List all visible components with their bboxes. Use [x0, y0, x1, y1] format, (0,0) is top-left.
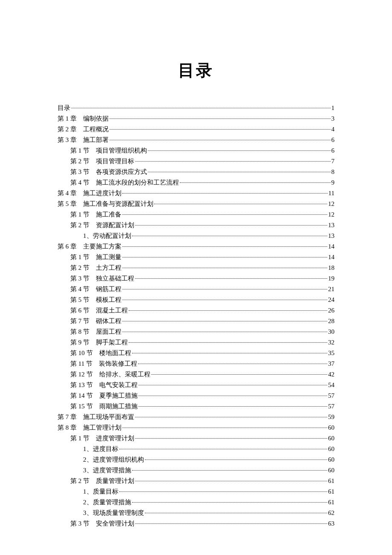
- toc-leader-dots: [110, 129, 331, 130]
- toc-entry-page: 59: [328, 412, 334, 422]
- toc-entry-page: 8: [331, 167, 335, 177]
- toc-entry[interactable]: 第 3 章 施工部署6: [58, 135, 334, 145]
- toc-entry-page: 13: [328, 231, 334, 241]
- toc-leader-dots: [122, 214, 327, 215]
- toc-entry[interactable]: 第 8 章 施工管理计划60: [58, 422, 334, 433]
- toc-leader-dots: [138, 385, 328, 385]
- table-of-contents: 目录1第 1 章 编制依据3第 2 章 工程概况4第 3 章 施工部署6第 1 …: [58, 103, 334, 529]
- toc-entry-page: 14: [328, 252, 334, 262]
- toc-leader-dots: [110, 140, 331, 140]
- toc-entry[interactable]: 1、质量目标61: [58, 486, 334, 497]
- toc-leader-dots: [151, 374, 328, 375]
- toc-entry[interactable]: 1、劳动配置计划13: [58, 231, 334, 241]
- toc-entry[interactable]: 第 5 节 模板工程24: [58, 295, 334, 305]
- toc-entry-page: 13: [328, 220, 334, 230]
- toc-entry[interactable]: 2、进度管理组织机构60: [58, 454, 334, 465]
- toc-leader-dots: [135, 523, 327, 524]
- toc-entry[interactable]: 第 15 节 雨期施工措施57: [58, 401, 334, 411]
- toc-entry-label: 第 5 章 施工准备与资源配置计划: [58, 199, 153, 209]
- toc-entry-label: 第 4 章 施工进度计划: [58, 188, 121, 198]
- toc-entry-page: 57: [328, 390, 334, 401]
- toc-entry[interactable]: 第 1 章 编制依据3: [58, 113, 334, 124]
- toc-entry-label: 第 1 节 项目管理组织机构: [70, 145, 147, 156]
- toc-entry-page: 60: [328, 444, 334, 454]
- toc-leader-dots: [135, 225, 327, 225]
- toc-leader-dots: [122, 246, 327, 247]
- toc-entry[interactable]: 第 2 章 工程概况4: [58, 124, 334, 134]
- toc-entry-page: 3: [331, 113, 335, 124]
- toc-entry-label: 第 2 节 土方工程: [70, 263, 121, 273]
- toc-entry[interactable]: 第 2 节 土方工程18: [58, 263, 334, 273]
- toc-entry-label: 第 10 节 楼地面工程: [70, 348, 131, 358]
- toc-entry[interactable]: 第 10 节 楼地面工程35: [58, 348, 334, 358]
- toc-entry-label: 第 5 节 模板工程: [70, 295, 121, 305]
- toc-entry[interactable]: 第 3 节 各项资源供应方式8: [58, 167, 334, 177]
- toc-leader-dots: [135, 481, 327, 481]
- toc-entry[interactable]: 1、进度目标60: [58, 444, 334, 454]
- toc-leader-dots: [71, 108, 331, 108]
- toc-entry-page: 19: [328, 273, 334, 283]
- toc-leader-dots: [129, 310, 327, 311]
- toc-entry[interactable]: 第 11 节 装饰装修工程37: [58, 358, 334, 369]
- toc-entry-label: 1、质量目标: [83, 486, 118, 497]
- toc-leader-dots: [110, 119, 331, 119]
- toc-entry-label: 第 2 节 项目管理目标: [70, 156, 134, 166]
- toc-entry-page: 21: [328, 284, 334, 294]
- page-title: 目录: [58, 60, 334, 81]
- toc-entry-page: 57: [328, 401, 334, 411]
- toc-entry-page: 61: [328, 497, 334, 507]
- toc-entry-label: 1、劳动配置计划: [83, 231, 131, 241]
- toc-entry-page: 28: [328, 316, 334, 326]
- toc-entry-label: 2、质量管理措施: [83, 497, 131, 507]
- toc-entry-label: 第 11 节 装饰装修工程: [70, 358, 137, 369]
- toc-entry[interactable]: 第 9 节 脚手架工程32: [58, 337, 334, 347]
- toc-entry-page: 18: [328, 263, 334, 273]
- toc-entry[interactable]: 第 5 章 施工准备与资源配置计划12: [58, 199, 334, 209]
- toc-entry-page: 11: [329, 188, 334, 198]
- toc-entry[interactable]: 第 12 节 给排水、采暖工程42: [58, 369, 334, 379]
- toc-entry[interactable]: 第 7 节 砌体工程28: [58, 316, 334, 326]
- toc-entry[interactable]: 第 4 节 钢筋工程21: [58, 284, 334, 294]
- toc-entry[interactable]: 第 1 节 施工准备12: [58, 209, 334, 220]
- toc-entry[interactable]: 第 6 节 混凝土工程26: [58, 305, 334, 315]
- document-page: 目录 目录1第 1 章 编制依据3第 2 章 工程概况4第 3 章 施工部署6第…: [0, 0, 392, 555]
- toc-entry-page: 24: [328, 295, 334, 305]
- toc-entry[interactable]: 第 2 节 质量管理计划61: [58, 476, 334, 486]
- toc-entry-page: 63: [328, 518, 334, 529]
- toc-entry-page: 61: [328, 486, 334, 497]
- toc-entry-label: 第 15 节 雨期施工措施: [70, 401, 138, 411]
- toc-leader-dots: [122, 428, 327, 428]
- toc-entry[interactable]: 第 13 节 电气安装工程54: [58, 380, 334, 390]
- toc-entry[interactable]: 第 4 节 施工流水段的划分和工艺流程9: [58, 177, 334, 188]
- toc-entry-label: 第 6 章 主要施工方案: [58, 241, 121, 251]
- toc-entry[interactable]: 3、进度管理措施60: [58, 465, 334, 475]
- toc-entry[interactable]: 第 8 节 屋面工程30: [58, 327, 334, 337]
- toc-leader-dots: [135, 161, 331, 162]
- toc-entry[interactable]: 第 2 节 资源配置计划13: [58, 220, 334, 230]
- toc-entry[interactable]: 第 1 节 进度管理计划60: [58, 433, 334, 443]
- toc-entry[interactable]: 第 3 节 安全管理计划63: [58, 518, 334, 529]
- toc-leader-dots: [135, 438, 327, 439]
- toc-entry[interactable]: 目录1: [58, 103, 334, 113]
- toc-entry[interactable]: 第 7 章 施工现场平面布置59: [58, 412, 334, 422]
- toc-leader-dots: [122, 300, 327, 300]
- toc-entry[interactable]: 第 6 章 主要施工方案14: [58, 241, 334, 251]
- toc-entry-page: 6: [331, 145, 335, 156]
- toc-entry[interactable]: 第 3 节 独立基础工程19: [58, 273, 334, 283]
- toc-entry-page: 7: [331, 156, 335, 166]
- toc-entry[interactable]: 2、质量管理措施61: [58, 497, 334, 507]
- toc-entry-label: 第 3 节 各项资源供应方式: [70, 167, 147, 177]
- toc-entry[interactable]: 第 4 章 施工进度计划11: [58, 188, 334, 198]
- toc-entry-page: 42: [328, 369, 334, 379]
- toc-entry[interactable]: 第 14 节 夏季施工措施57: [58, 390, 334, 401]
- toc-entry[interactable]: 第 1 节 施工测量14: [58, 252, 334, 262]
- toc-entry-page: 4: [331, 124, 335, 134]
- toc-leader-dots: [138, 396, 328, 396]
- toc-entry[interactable]: 3、现场质量管理制度62: [58, 508, 334, 518]
- toc-entry-page: 60: [328, 454, 334, 465]
- toc-entry-page: 61: [328, 476, 334, 486]
- toc-leader-dots: [122, 257, 327, 257]
- toc-entry[interactable]: 第 1 节 项目管理组织机构6: [58, 145, 334, 156]
- toc-leader-dots: [132, 236, 328, 236]
- toc-entry[interactable]: 第 2 节 项目管理目标7: [58, 156, 334, 166]
